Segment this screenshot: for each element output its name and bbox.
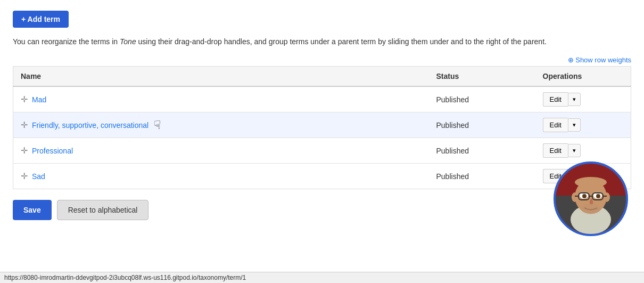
col-operations: Operations (535, 67, 631, 87)
drag-handle-icon[interactable]: ✛ (21, 94, 28, 104)
svg-point-6 (572, 192, 578, 202)
edit-button[interactable]: Edit (543, 143, 568, 158)
drag-cursor-icon: ☟ (154, 118, 161, 132)
status-bar: https://8080-imrodmartin-ddevgitpod-2i3u… (0, 272, 644, 283)
col-name: Name (13, 67, 429, 87)
table-row: ✛ProfessionalPublishedEdit▾ (13, 138, 631, 164)
edit-dropdown-button[interactable]: ▾ (568, 144, 581, 157)
status-cell: Published (429, 164, 535, 189)
svg-point-10 (582, 194, 587, 198)
term-link[interactable]: Mad (32, 95, 46, 104)
drag-handle-icon[interactable]: ✛ (21, 171, 28, 181)
name-cell: ✛Mad (13, 86, 429, 112)
table-row: ✛Friendly, supportive, conversational☟Pu… (13, 112, 631, 138)
footer-actions: Save Reset to alphabetical (13, 200, 631, 220)
table-row: ✛MadPublishedEdit▾ (13, 86, 631, 112)
status-cell: Published (429, 86, 535, 112)
avatar-image (556, 164, 626, 234)
add-term-button[interactable]: + Add term (13, 11, 69, 28)
status-cell: Published (429, 112, 535, 138)
status-cell: Published (429, 138, 535, 164)
term-link[interactable]: Sad (32, 172, 45, 181)
reset-alphabetical-button[interactable]: Reset to alphabetical (57, 200, 149, 220)
operations-cell: Edit▾ (535, 86, 631, 112)
svg-point-7 (604, 192, 610, 202)
edit-button[interactable]: Edit (543, 118, 568, 132)
name-cell: ✛Professional (13, 138, 429, 164)
col-status: Status (429, 67, 535, 87)
description: You can reorganize the terms in Tone usi… (13, 36, 631, 47)
save-button[interactable]: Save (13, 200, 52, 220)
terms-table: Name Status Operations ✛MadPublishedEdit… (13, 66, 631, 189)
show-row-weights-link[interactable]: ⊕ Show row weights (568, 56, 631, 64)
edit-button[interactable]: Edit (543, 92, 568, 107)
avatar (554, 161, 628, 236)
edit-dropdown-button[interactable]: ▾ (568, 118, 581, 132)
svg-point-11 (596, 194, 600, 198)
status-url: https://8080-imrodmartin-ddevgitpod-2i3u… (4, 274, 246, 281)
name-cell: ✛Sad (13, 164, 429, 189)
show-row-weights[interactable]: ⊕ Show row weights (13, 56, 631, 64)
name-cell: ✛Friendly, supportive, conversational☟ (13, 112, 429, 138)
svg-point-17 (581, 204, 600, 214)
drag-handle-icon[interactable]: ✛ (21, 120, 28, 130)
drag-handle-icon[interactable]: ✛ (21, 145, 28, 156)
term-link[interactable]: Professional (32, 147, 73, 155)
operations-cell: Edit▾ (535, 138, 631, 164)
table-row: ✛SadPublishedEdit▾ (13, 164, 631, 189)
svg-point-5 (575, 177, 607, 188)
operations-cell: Edit▾ (535, 112, 631, 138)
page-wrapper: + Add term You can reorganize the terms … (0, 0, 644, 252)
edit-dropdown-button[interactable]: ▾ (568, 93, 581, 106)
table-header-row: Name Status Operations (13, 67, 631, 87)
term-link[interactable]: Friendly, supportive, conversational (32, 121, 148, 130)
